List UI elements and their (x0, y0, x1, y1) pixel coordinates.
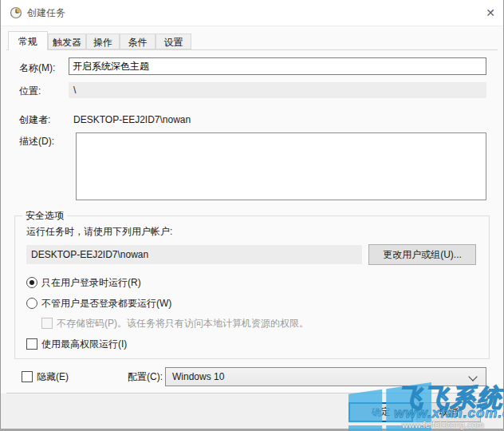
author-label: 创建者: (19, 114, 50, 125)
dialog-title: 创建任务 (27, 0, 65, 26)
ok-button[interactable]: 确定 (348, 402, 413, 422)
location-value: \ (69, 82, 486, 98)
configure-label: 配置(C): (128, 371, 163, 382)
checkbox-icon (26, 338, 37, 350)
name-label: 名称(M): (19, 62, 55, 73)
tab-general[interactable]: 常规 (8, 31, 48, 50)
radio-unselected-icon (26, 298, 37, 309)
checkbox-icon (22, 371, 33, 382)
radio-run-always-label: 不管用户是否登录都要运行(W) (41, 298, 171, 309)
description-label: 描述(D): (19, 136, 54, 147)
checkbox-no-password-label: 不存储密码(P)。该任务将只有访问本地计算机资源的权限。 (57, 318, 309, 329)
radio-selected-icon (26, 277, 37, 288)
account-value-field: DESKTOP-EEJ2ID7\nowan (26, 245, 362, 264)
tab-actions[interactable]: 操作 (86, 34, 120, 49)
tab-triggers[interactable]: 触发器 (48, 34, 86, 49)
titlebar (0, 0, 504, 26)
chevron-down-icon (468, 372, 477, 381)
close-icon[interactable]: ✕ (477, 0, 504, 26)
configure-dropdown[interactable]: Windows 10 (165, 367, 486, 386)
tab-strip-line (6, 49, 498, 50)
name-input[interactable] (69, 57, 486, 75)
author-value: DESKTOP-EEJ2ID7\nowan (73, 114, 191, 125)
create-task-dialog: 创建任务 ✕ 常规 触发器 操作 条件 设置 名称(M): 位置: \ 创建者:… (0, 0, 504, 431)
location-label: 位置: (19, 85, 41, 97)
tab-settings[interactable]: 设置 (156, 34, 191, 49)
account-hint: 运行任务时，请使用下列用户帐户: (26, 226, 172, 237)
radio-run-logged-on-label: 只在用户登录时运行(R) (41, 277, 141, 288)
change-user-button[interactable]: 更改用户或组(U)... (368, 244, 476, 265)
cancel-button[interactable]: 取消 (416, 402, 481, 422)
security-options-title: 安全选项 (22, 210, 67, 221)
checkbox-highest-privileges-label: 使用最高权限运行(I) (41, 338, 127, 350)
tab-conditions[interactable]: 条件 (120, 34, 156, 49)
checkbox-hidden-label: 隐藏(E) (37, 371, 69, 382)
configure-dropdown-value: Windows 10 (172, 371, 224, 382)
window-border-left (0, 0, 1, 431)
checkbox-disabled-icon (41, 318, 53, 329)
task-scheduler-icon (10, 6, 22, 19)
description-textarea[interactable] (76, 132, 486, 200)
